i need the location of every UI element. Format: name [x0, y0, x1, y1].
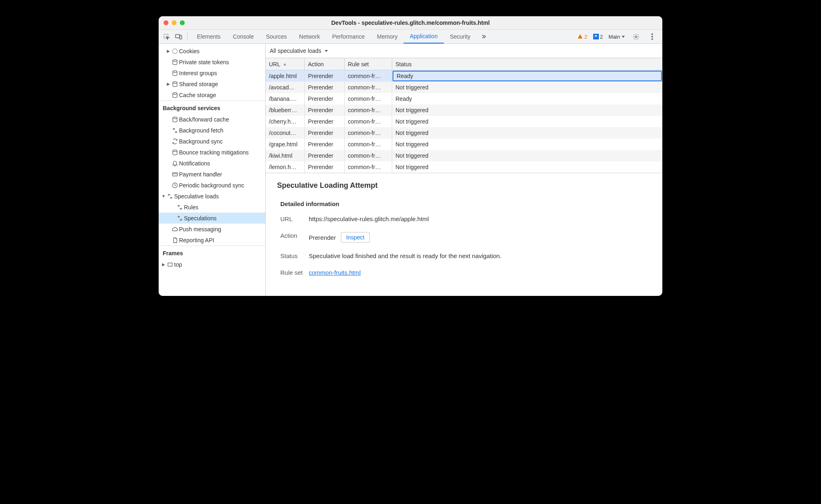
sort-ascending-icon: ▲	[283, 62, 287, 66]
column-header-ruleset[interactable]: Rule set	[345, 58, 392, 70]
svg-rect-14	[172, 173, 177, 176]
sidebar-item-bfcache[interactable]: Back/forward cache	[159, 114, 265, 125]
svg-point-4	[651, 33, 653, 35]
settings-gear-icon[interactable]	[631, 31, 641, 42]
table-cell-ruleset: common-fr…	[345, 70, 392, 82]
table-row[interactable]: /avocad…Prerendercommon-fr…Not triggered	[266, 82, 662, 93]
sidebar-item-push-messaging[interactable]: Push messaging	[159, 224, 265, 235]
main-content: All speculative loads URL ▲ Action Rule …	[266, 44, 662, 296]
sidebar-item-payment-handler[interactable]: Payment handler	[159, 169, 265, 180]
device-toolbar-icon[interactable]	[173, 31, 184, 42]
target-selector[interactable]: Main	[609, 34, 625, 40]
target-name: Main	[609, 34, 620, 40]
sidebar-item-cookies[interactable]: ▶ Cookies	[159, 46, 265, 56]
table-row[interactable]: /cherry.h…Prerendercommon-fr…Not trigger…	[266, 116, 662, 127]
sidebar-item-label: Push messaging	[179, 226, 221, 232]
tab-console[interactable]: Console	[227, 30, 260, 43]
table-cell-url: /banana.…	[266, 93, 305, 104]
sidebar-item-shared-storage[interactable]: ▶ Shared storage	[159, 78, 265, 89]
tab-memory[interactable]: Memory	[371, 30, 404, 43]
table-cell-url: /blueberr…	[266, 104, 305, 116]
sync-icon	[176, 215, 184, 222]
table-body: /apple.htmlPrerendercommon-fr…Ready/avoc…	[266, 70, 662, 173]
panel-body: ▶ Cookies Private state tokens Interest …	[159, 44, 662, 296]
issues-indicator[interactable]: 2	[593, 34, 603, 40]
svg-point-11	[173, 93, 177, 94]
table-cell-ruleset: common-fr…	[345, 139, 392, 150]
table-row[interactable]: /lemon.h…Prerendercommon-fr…Not triggere…	[266, 161, 662, 173]
divider	[187, 33, 188, 41]
zoom-window-button[interactable]	[180, 20, 185, 25]
table-cell-ruleset: common-fr…	[345, 127, 392, 139]
details-heading: Speculative Loading Attempt	[277, 181, 651, 190]
svg-rect-1	[176, 35, 180, 38]
sidebar-item-cache-storage[interactable]: Cache storage	[159, 89, 265, 100]
tab-network[interactable]: Network	[293, 30, 326, 43]
sidebar-item-bounce-tracking[interactable]: Bounce tracking mitigations	[159, 147, 265, 158]
detail-value-status: Speculative load finished and the result…	[309, 252, 651, 259]
svg-point-5	[651, 36, 653, 37]
svg-point-7	[172, 49, 177, 54]
column-header-action[interactable]: Action	[305, 58, 345, 70]
sidebar-item-private-state-tokens[interactable]: Private state tokens	[159, 56, 265, 67]
column-header-status[interactable]: Status	[392, 58, 662, 70]
table-cell-status: Not triggered	[392, 104, 662, 116]
sidebar-item-frame-top[interactable]: ▶ top	[159, 259, 265, 270]
sidebar-item-notifications[interactable]: Notifications	[159, 158, 265, 169]
filter-dropdown[interactable]: All speculative loads	[270, 48, 328, 54]
svg-point-9	[173, 71, 177, 72]
sidebar-item-label: Background fetch	[179, 127, 223, 134]
table-cell-ruleset: common-fr…	[345, 161, 392, 173]
more-tabs-icon[interactable]	[478, 31, 489, 42]
table-row[interactable]: /coconut…Prerendercommon-fr…Not triggere…	[266, 127, 662, 139]
sidebar-item-label: Payment handler	[179, 171, 222, 178]
tab-security[interactable]: Security	[444, 30, 477, 43]
credit-card-icon	[171, 171, 179, 178]
tab-performance[interactable]: Performance	[326, 30, 371, 43]
table-row[interactable]: /apple.htmlPrerendercommon-fr…Ready	[266, 70, 662, 82]
sidebar-item-label: Periodic background sync	[179, 182, 244, 189]
inspect-button[interactable]: Inspect	[341, 232, 370, 243]
sidebar-item-label: Interest groups	[179, 70, 217, 76]
column-header-url[interactable]: URL ▲	[266, 58, 305, 70]
table-row[interactable]: /blueberr…Prerendercommon-fr…Not trigger…	[266, 104, 662, 116]
sync-icon	[171, 127, 179, 134]
sidebar-item-rules[interactable]: Rules	[159, 202, 265, 213]
table-cell-url: /cherry.h…	[266, 116, 305, 127]
detail-label-action: Action	[280, 232, 309, 243]
table-row[interactable]: /banana.…Prerendercommon-fr…Ready	[266, 93, 662, 104]
kebab-menu-icon[interactable]	[647, 31, 657, 42]
sidebar-category-background-services: Background services	[159, 100, 265, 114]
svg-point-12	[173, 117, 177, 119]
sidebar-item-speculative-loads[interactable]: ▼ Speculative loads	[159, 191, 265, 202]
table-cell-status: Not triggered	[392, 139, 662, 150]
sidebar-item-background-sync[interactable]: Background sync	[159, 136, 265, 147]
issue-flag-icon	[593, 34, 599, 39]
sidebar-item-reporting-api[interactable]: Reporting API	[159, 235, 265, 245]
sidebar-item-label: Private state tokens	[179, 59, 229, 65]
filter-label: All speculative loads	[270, 48, 321, 54]
warnings-indicator[interactable]: 2	[577, 34, 587, 40]
table-cell-status: Not triggered	[392, 150, 662, 161]
sidebar-item-speculations[interactable]: Speculations	[159, 213, 265, 224]
svg-point-10	[173, 82, 177, 83]
minimize-window-button[interactable]	[172, 20, 177, 25]
table-cell-url: /lemon.h…	[266, 161, 305, 173]
detail-ruleset-link[interactable]: common-fruits.html	[309, 269, 361, 276]
sidebar-item-interest-groups[interactable]: Interest groups	[159, 67, 265, 78]
close-window-button[interactable]	[164, 20, 168, 25]
table-row[interactable]: /grape.htmlPrerendercommon-fr…Not trigge…	[266, 139, 662, 150]
sidebar-item-background-fetch[interactable]: Background fetch	[159, 125, 265, 136]
sidebar-item-periodic-sync[interactable]: Periodic background sync	[159, 180, 265, 191]
sync-icon	[166, 193, 174, 200]
inspect-element-icon[interactable]	[161, 31, 172, 42]
clock-icon	[171, 182, 179, 189]
sidebar-item-label: Shared storage	[179, 81, 218, 87]
tab-application[interactable]: Application	[404, 30, 444, 43]
detail-label-url: URL	[280, 215, 309, 222]
sidebar-item-label: Bounce tracking mitigations	[179, 149, 249, 156]
tab-sources[interactable]: Sources	[260, 30, 293, 43]
tab-elements[interactable]: Elements	[191, 30, 227, 43]
table-cell-ruleset: common-fr…	[345, 93, 392, 104]
table-row[interactable]: /kiwi.htmlPrerendercommon-fr…Not trigger…	[266, 150, 662, 161]
